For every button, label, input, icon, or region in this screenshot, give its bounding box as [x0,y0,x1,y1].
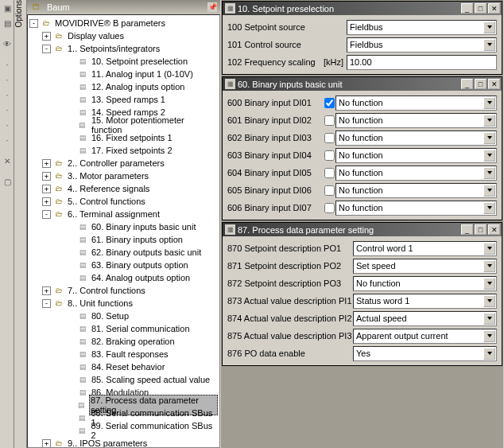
tool-icon[interactable]: · [1,57,14,72]
dropdown-button[interactable] [483,167,495,179]
dropdown[interactable]: Actual speed [353,311,497,326]
dropdown[interactable]: No function [335,95,497,111]
dropdown-button[interactable] [483,313,495,325]
tree-item[interactable]: +🗁Display values [28,29,219,42]
tool-icon[interactable]: · [1,88,14,102]
collapse-icon[interactable]: - [42,299,51,308]
tool-icon[interactable]: · [1,118,14,132]
tree-item[interactable]: ▤13. Speed ramps 1 [28,93,219,106]
expand-icon[interactable]: + [42,197,51,206]
dropdown[interactable]: No function [335,113,497,128]
tree-item[interactable]: -🗁6.. Terminal assignment [28,208,219,220]
dropdown[interactable]: No function [353,276,497,291]
tree-item[interactable]: +🗁5.. Control functions [28,195,219,208]
tree-item[interactable]: ▤17. Fixed setpoints 2 [28,144,219,157]
checkbox[interactable] [324,133,335,143]
tree-item[interactable]: ▤62. Binary outputs basic unit [28,246,219,259]
dropdown[interactable]: No function [335,201,497,216]
close-button[interactable]: ✕ [488,224,500,235]
tool-icon[interactable]: 👁 [1,37,14,51]
tree-item[interactable]: +🗁7.. Control functions [28,284,219,297]
tree-item[interactable]: ▤80. Setup [28,310,219,322]
dropdown-button[interactable] [483,295,495,307]
tree-item[interactable]: ▤84. Reset behavior [28,360,219,373]
dropdown-button[interactable] [483,278,495,290]
expand-icon[interactable]: + [42,159,51,168]
dropdown[interactable]: No function [335,166,497,181]
dropdown-button[interactable] [483,132,495,144]
tree-view[interactable]: -🗁MOVIDRIVE® B parameters+🗁Display value… [27,14,220,448]
tree-item[interactable]: ▤85. Scaling speed actual value [28,373,219,386]
dropdown[interactable]: Yes [353,346,497,361]
tree-item[interactable]: -🗁8.. Unit functions [28,297,219,310]
checkbox[interactable] [324,185,335,196]
dropdown[interactable]: No function [335,183,497,198]
dropdown-button[interactable] [483,348,495,360]
checkbox[interactable] [324,98,335,108]
tree-item[interactable]: -🗁MOVIDRIVE® B parameters [28,17,219,29]
tree-item[interactable]: ▤63. Binary outputs option [28,259,219,271]
collapse-icon[interactable]: - [29,19,38,28]
minimize-button[interactable]: _ [461,224,473,235]
dropdown[interactable]: No function [335,148,497,163]
tree-item[interactable]: ▤89. Serial communication SBus 2 [28,424,219,437]
tree-item[interactable]: ▤81. Serial communication [28,322,219,335]
tool-icon[interactable]: ✕ [1,154,14,168]
dropdown[interactable]: Control word 1 [353,241,497,256]
collapse-icon[interactable]: - [42,45,51,53]
pin-icon[interactable]: 📌 [207,2,217,12]
dropdown-button[interactable] [483,202,495,214]
tool-icon[interactable]: ▢ [1,174,14,189]
dropdown-button[interactable] [483,330,495,342]
dropdown-button[interactable] [483,115,495,127]
tree-item[interactable]: ▤60. Binary inputs basic unit [28,220,219,233]
expand-icon[interactable]: + [42,439,51,448]
checkbox[interactable] [324,203,335,213]
dropdown[interactable]: Set speed [353,259,497,274]
tree-item[interactable]: ▤11. Analog input 1 (0-10V) [28,68,219,80]
maximize-button[interactable]: □ [475,79,487,89]
checkbox[interactable] [324,168,335,178]
tree-item[interactable]: ▤82. Braking operation [28,335,219,348]
dropdown-button[interactable] [483,39,495,51]
dropdown[interactable]: No function [335,131,497,146]
tool-icon[interactable]: ▤ [1,16,14,30]
checkbox[interactable] [324,150,335,161]
close-button[interactable]: ✕ [488,79,500,89]
dropdown[interactable]: Status word 1 [353,294,497,309]
dropdown[interactable]: Fieldbus [347,20,497,35]
dropdown-button[interactable] [483,97,495,109]
dropdown-button[interactable] [483,260,495,272]
tree-item[interactable]: ▤15. Motor potentiometer function [28,119,219,131]
tree-item[interactable]: ▤10. Setpoint preselection [28,55,219,68]
tree-item[interactable]: +🗁3.. Motor parameters [28,169,219,182]
maximize-button[interactable]: □ [475,3,487,14]
checkbox[interactable] [324,115,335,126]
dropdown-button[interactable] [483,185,495,197]
dropdown[interactable]: Fieldbus [347,37,497,53]
tree-item[interactable]: ▤12. Analog inputs option [28,80,219,93]
tree-item[interactable]: ▤83. Fault responses [28,348,219,360]
tree-item[interactable]: ▤64. Analog outputs option [28,271,219,284]
dropdown-button[interactable] [483,21,495,33]
close-button[interactable]: ✕ [488,3,500,14]
tool-icon[interactable]: ▣ [1,1,14,15]
tool-icon[interactable]: · [1,133,14,147]
maximize-button[interactable]: □ [475,224,487,235]
tree-item[interactable]: ▤61. Binary inputs option [28,233,219,246]
minimize-button[interactable]: _ [461,3,473,14]
tool-icon[interactable]: · [1,103,14,117]
dropdown-button[interactable] [483,150,495,162]
tool-icon[interactable]: · [1,72,14,87]
tree-item[interactable]: -🗁1.. Setpoints/integrators [28,42,219,55]
tree-item[interactable]: +🗁2.. Controller parameters [28,157,219,169]
tree-item[interactable]: +🗁4.. Reference signals [28,182,219,195]
expand-icon[interactable]: + [42,32,51,41]
expand-icon[interactable]: + [42,286,51,295]
dropdown-button[interactable] [483,243,495,255]
expand-icon[interactable]: + [42,172,51,181]
collapse-icon[interactable]: - [42,210,51,219]
minimize-button[interactable]: _ [461,79,473,89]
text-input[interactable]: 10.00 [347,55,497,70]
expand-icon[interactable]: + [42,185,51,193]
